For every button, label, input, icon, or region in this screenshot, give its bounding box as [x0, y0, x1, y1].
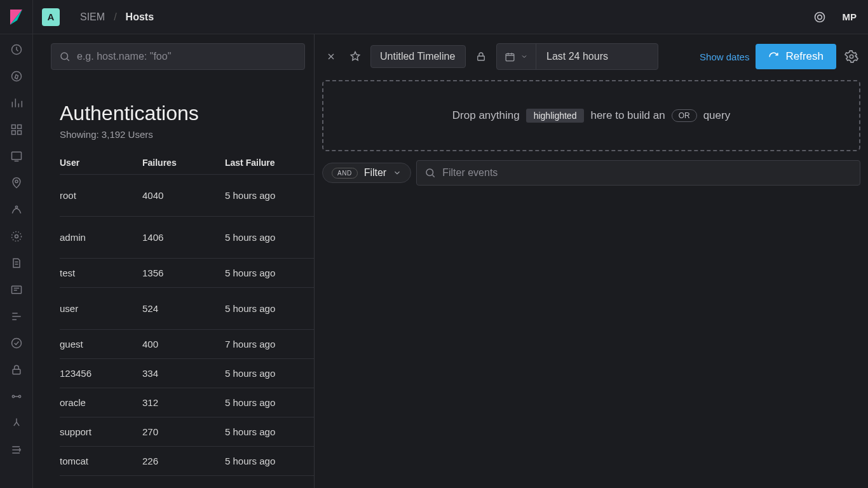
auth-table: User Failures Last Failure root40405 hou… [60, 151, 314, 476]
space-badge[interactable]: A [42, 8, 60, 26]
table-row[interactable]: root40405 hours ago [60, 175, 314, 217]
cell-last_failure: 5 hours ago [225, 426, 305, 437]
svg-point-17 [18, 395, 20, 397]
close-icon [326, 51, 336, 62]
rail-discover-icon[interactable] [10, 70, 23, 83]
app-logo[interactable] [0, 0, 33, 34]
cell-last_failure: 5 hours ago [225, 190, 305, 201]
rail-canvas-icon[interactable] [10, 150, 23, 163]
show-dates-link[interactable]: Show dates [700, 51, 749, 62]
col-failures[interactable]: Failures [142, 158, 225, 168]
rail-siem-icon[interactable] [10, 337, 23, 349]
drop-hint-highlighted-chip: highlighted [526, 109, 585, 123]
table-row[interactable]: admin14065 hours ago [60, 217, 314, 259]
breadcrumb-separator: / [114, 11, 116, 23]
breadcrumb-item-siem[interactable]: SIEM [80, 11, 105, 23]
rail-dev-tools-icon[interactable] [10, 390, 23, 403]
cell-last_failure: 5 hours ago [225, 268, 305, 278]
svg-rect-13 [11, 286, 21, 294]
svg-rect-4 [11, 125, 15, 129]
col-last-failure[interactable]: Last Failure [225, 158, 305, 168]
filter-events-input[interactable] [442, 167, 852, 179]
query-drop-zone[interactable]: Drop anything highlighted here to build … [322, 80, 860, 151]
svg-point-11 [11, 232, 21, 241]
table-row[interactable]: oracle3125 hours ago [60, 388, 314, 417]
user-avatar[interactable]: MP [843, 11, 857, 22]
rail-recent-icon[interactable] [10, 43, 23, 56]
timeline-header: Untitled Timeline Last 24 hours Show dat… [322, 43, 860, 70]
filter-events-search[interactable] [416, 160, 860, 186]
svg-rect-5 [17, 125, 21, 129]
svg-point-22 [426, 169, 433, 176]
cell-user: user [60, 303, 142, 314]
chevron-down-icon [393, 168, 402, 177]
lock-icon [475, 51, 487, 62]
date-range-label[interactable]: Last 24 hours [536, 44, 658, 69]
svg-point-18 [61, 53, 68, 60]
refresh-button[interactable]: Refresh [756, 44, 836, 69]
cell-user: admin [60, 232, 142, 243]
svg-point-16 [12, 395, 14, 397]
section-subtitle: Showing: 3,192 Users [60, 129, 314, 140]
cell-failures: 270 [142, 426, 225, 437]
svg-rect-20 [506, 53, 514, 60]
filter-label: Filter [364, 167, 387, 179]
svg-rect-8 [11, 152, 21, 159]
svg-rect-7 [17, 131, 21, 135]
topbar-right: MP [811, 8, 860, 26]
cell-user: root [60, 190, 142, 201]
cell-user: support [60, 426, 142, 437]
cell-last_failure: 5 hours ago [225, 456, 305, 466]
rail-apm-icon[interactable] [10, 283, 23, 296]
and-filter-pill[interactable]: AND Filter [322, 163, 411, 183]
rail-infrastructure-icon[interactable] [10, 230, 23, 243]
rail-collapse-icon[interactable] [10, 444, 23, 456]
cell-last_failure: 5 hours ago [225, 232, 305, 243]
rail-logs-icon[interactable] [10, 257, 23, 269]
cell-user: tomcat [60, 456, 142, 466]
rail-uptime-icon[interactable] [10, 310, 23, 323]
cell-failures: 524 [142, 303, 225, 314]
table-row[interactable]: guest4007 hours ago [60, 330, 314, 359]
svg-point-0 [815, 12, 824, 22]
cell-failures: 4040 [142, 190, 225, 201]
kql-search[interactable] [51, 43, 305, 70]
breadcrumb-item-hosts[interactable]: Hosts [126, 11, 154, 23]
side-rail [0, 34, 33, 488]
table-row[interactable]: 1234563345 hours ago [60, 359, 314, 388]
kql-search-input[interactable] [77, 51, 297, 62]
topbar-left: A SIEM / Hosts [0, 0, 154, 34]
table-header: User Failures Last Failure [60, 151, 314, 175]
date-quick-select[interactable] [497, 44, 536, 69]
table-row[interactable]: user5245 hours ago [60, 288, 314, 330]
rail-security-icon[interactable] [10, 363, 23, 376]
table-row[interactable]: support2705 hours ago [60, 417, 314, 447]
left-pane: Authentications Showing: 3,192 Users Use… [33, 34, 315, 488]
cell-failures: 312 [142, 397, 225, 408]
table-row[interactable]: test13565 hours ago [60, 259, 314, 288]
favorite-timeline-button[interactable] [346, 48, 364, 65]
cell-last_failure: 5 hours ago [225, 368, 305, 379]
date-picker[interactable]: Last 24 hours [496, 43, 658, 70]
chevron-down-icon [520, 53, 528, 60]
close-timeline-button[interactable] [322, 48, 340, 65]
rail-visualize-icon[interactable] [10, 97, 23, 109]
lock-timeline-button[interactable] [472, 48, 490, 65]
svg-point-1 [817, 15, 822, 19]
drop-hint-pre: Drop anything [452, 109, 520, 122]
col-user[interactable]: User [60, 158, 142, 168]
cell-last_failure: 5 hours ago [225, 303, 305, 314]
cell-failures: 1406 [142, 232, 225, 243]
timeline-settings-button[interactable] [843, 48, 860, 65]
kibana-logo-icon [10, 9, 24, 25]
timeline-title-input[interactable]: Untitled Timeline [370, 45, 466, 68]
refresh-button-label: Refresh [785, 50, 824, 63]
gear-icon [844, 50, 858, 64]
rail-ml-icon[interactable] [10, 203, 23, 216]
rail-management-icon[interactable] [10, 417, 23, 430]
rail-maps-icon[interactable] [10, 177, 23, 189]
svg-rect-15 [13, 369, 20, 374]
rail-dashboard-icon[interactable] [10, 123, 23, 136]
news-feed-icon[interactable] [811, 8, 829, 26]
table-row[interactable]: tomcat2265 hours ago [60, 447, 314, 476]
